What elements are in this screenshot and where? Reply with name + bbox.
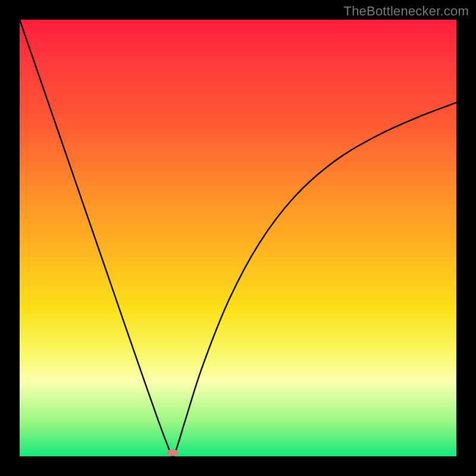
plot-area xyxy=(20,20,456,456)
chart-frame: TheBottlenecker.com xyxy=(0,0,476,476)
bottleneck-curve xyxy=(20,20,456,456)
optimal-marker xyxy=(167,450,178,456)
watermark-text: TheBottlenecker.com xyxy=(344,4,469,19)
curve-svg xyxy=(20,20,456,456)
